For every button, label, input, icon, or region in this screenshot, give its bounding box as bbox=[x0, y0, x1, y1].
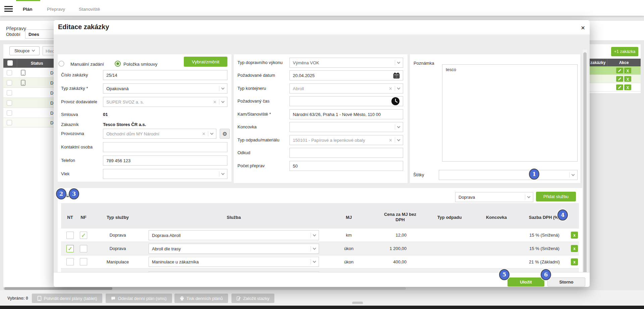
confirm-daily-plans-button[interactable]: Potvrdit denní plány (tablet) bbox=[32, 294, 102, 303]
nt-checkbox[interactable] bbox=[66, 232, 74, 239]
tags-select[interactable] bbox=[439, 170, 578, 180]
site-select[interactable]: Obchodní dům MY Národní ✕ bbox=[103, 129, 216, 139]
tab-plan[interactable]: Plán bbox=[23, 7, 33, 12]
modal-scrollbar-track[interactable] bbox=[583, 50, 587, 287]
tab-stanoviste[interactable]: Stanoviště bbox=[79, 7, 100, 12]
add-order-button[interactable]: +1 zakázka bbox=[611, 47, 638, 56]
close-icon[interactable]: ✕ bbox=[579, 24, 587, 32]
edit-order-button[interactable] bbox=[616, 84, 623, 90]
row-checkbox[interactable] bbox=[7, 100, 12, 106]
destination-input[interactable]: Národní 63/26, Praha 1 - Nové Město, 110… bbox=[289, 109, 403, 119]
origin-input[interactable] bbox=[289, 148, 403, 158]
service-select[interactable]: Doprava Abroll bbox=[149, 230, 319, 240]
service-select[interactable]: Maninulace u zákazníka bbox=[149, 257, 319, 267]
waste-type-select[interactable]: 150101 - Papírové a lepenkové obaly ✕ bbox=[289, 135, 403, 145]
clear-icon[interactable]: ✕ bbox=[389, 138, 392, 143]
order-row[interactable]: x bbox=[587, 66, 641, 75]
nf-checkbox[interactable] bbox=[80, 258, 87, 265]
order-row[interactable]: x bbox=[587, 83, 641, 91]
row-checkbox[interactable] bbox=[7, 90, 12, 96]
delete-order-button[interactable]: x bbox=[624, 84, 631, 90]
service-vat: 15 % (Snížená) bbox=[519, 242, 570, 255]
service-name: Maninulace u zákazníka bbox=[152, 259, 199, 264]
tab-prepravy[interactable]: Přepravy bbox=[47, 7, 65, 12]
hamburger-menu-icon[interactable] bbox=[4, 6, 13, 13]
clear-icon[interactable]: ✕ bbox=[389, 86, 392, 91]
order-row[interactable]: x bbox=[587, 75, 641, 83]
trailer-select[interactable] bbox=[103, 169, 227, 179]
row-cell-text: D bbox=[50, 101, 53, 106]
calendar-icon[interactable] bbox=[393, 72, 400, 79]
remove-service-button[interactable]: x bbox=[571, 245, 578, 252]
order-type-select[interactable]: Opakovaná bbox=[103, 83, 227, 94]
clear-icon[interactable]: ✕ bbox=[213, 100, 217, 105]
radio-manual[interactable] bbox=[58, 61, 64, 67]
service-ending bbox=[476, 255, 517, 268]
field-label: Provoz dodavatele bbox=[61, 97, 97, 107]
clock-icon[interactable] bbox=[391, 97, 400, 106]
note-card: Poznámka tesco Štítky bbox=[410, 54, 580, 183]
service-vat: 21 % (Základní) bbox=[519, 255, 570, 268]
row-checkbox[interactable] bbox=[7, 120, 12, 125]
order-number-input[interactable]: 25/14 bbox=[103, 70, 227, 80]
transport-count-input[interactable]: 50 bbox=[289, 161, 403, 171]
edit-order-button[interactable] bbox=[616, 76, 623, 82]
note-textarea[interactable]: tesco bbox=[442, 64, 578, 162]
horizontal-scrollbar-thumb[interactable] bbox=[4, 287, 112, 290]
destination-value: Národní 63/26, Praha 1 - Nové Město, 110… bbox=[293, 112, 381, 117]
row-checkbox[interactable] bbox=[7, 70, 12, 75]
columns-button[interactable]: Sloupce bbox=[9, 46, 40, 55]
pick-change-button[interactable]: Vybrat/změnit bbox=[184, 57, 227, 67]
nt-checkbox[interactable] bbox=[66, 258, 74, 265]
nf-checkbox[interactable] bbox=[80, 245, 87, 252]
period-select[interactable]: Dnes bbox=[25, 29, 55, 39]
phone-input[interactable]: 789 456 123 bbox=[103, 156, 227, 166]
screen: Plán Přepravy Stanoviště Přepravy Období… bbox=[0, 0, 644, 309]
field-label: Smlouva bbox=[61, 110, 78, 120]
service-name: Abroll dle trasy bbox=[152, 246, 181, 251]
chevron-down-icon bbox=[313, 259, 316, 263]
clear-icon[interactable]: ✕ bbox=[202, 131, 206, 136]
col-price: Cena za MJ bez DPH bbox=[380, 212, 420, 223]
chevron-down-icon bbox=[397, 60, 400, 64]
radio-contract-item[interactable] bbox=[115, 61, 121, 67]
supplier-select[interactable]: SUPER SVOZ a. s. ✕ bbox=[103, 97, 227, 107]
nf-checkbox[interactable] bbox=[80, 232, 87, 239]
date-input[interactable]: 20.04.2025 bbox=[289, 70, 403, 80]
remove-service-button[interactable]: x bbox=[571, 258, 578, 265]
service-select[interactable]: Abroll dle trasy bbox=[149, 244, 319, 254]
save-label: Uložit bbox=[520, 280, 532, 285]
save-button[interactable]: Uložit bbox=[507, 277, 544, 287]
col-ending: Koncovka bbox=[476, 215, 517, 220]
container-select[interactable]: Abroll ✕ bbox=[289, 83, 403, 94]
service-type-select[interactable]: Doprava bbox=[455, 192, 533, 202]
create-routes-button[interactable]: Založit stazky bbox=[231, 294, 274, 303]
edit-order-button[interactable] bbox=[616, 68, 623, 73]
delete-order-button[interactable]: x bbox=[624, 68, 631, 73]
add-service-button[interactable]: Přidat službu bbox=[536, 192, 576, 201]
delete-order-button[interactable]: x bbox=[624, 76, 631, 82]
contact-person-input[interactable] bbox=[103, 142, 227, 152]
service-mj: km bbox=[329, 229, 369, 242]
row-checkbox[interactable] bbox=[7, 110, 12, 116]
modal-scrollbar-thumb[interactable] bbox=[583, 52, 587, 285]
performance-select[interactable]: Výměna VOK bbox=[289, 58, 403, 68]
row-cell-text: D bbox=[50, 111, 53, 116]
cancel-button[interactable]: Storno bbox=[547, 277, 585, 287]
select-all-checkbox[interactable] bbox=[7, 60, 13, 66]
service-price: 400,00 bbox=[373, 255, 407, 268]
time-input[interactable] bbox=[289, 96, 403, 106]
gear-icon[interactable]: ⚙ bbox=[220, 129, 230, 139]
remove-service-button[interactable]: x bbox=[571, 232, 578, 239]
service-row: Doprava Abroll dle trasy úkon 1 200,00 1… bbox=[61, 242, 579, 255]
ending-select[interactable] bbox=[289, 122, 403, 132]
site-value: Obchodní dům MY Národní bbox=[106, 131, 159, 136]
print-daily-plans-button[interactable]: Tisk denních plánů bbox=[174, 294, 228, 303]
field-label: Zákazník bbox=[61, 120, 79, 130]
field-label: Typ zakázky * bbox=[61, 83, 88, 94]
nt-checkbox[interactable] bbox=[66, 245, 74, 252]
row-checkbox[interactable] bbox=[7, 80, 12, 85]
send-daily-plan-button[interactable]: Odeslat denní plán (sms) bbox=[106, 294, 172, 303]
top-navbar: Plán Přepravy Stanoviště bbox=[0, 0, 644, 16]
button-label: Odeslat denní plán (sms) bbox=[118, 296, 166, 301]
